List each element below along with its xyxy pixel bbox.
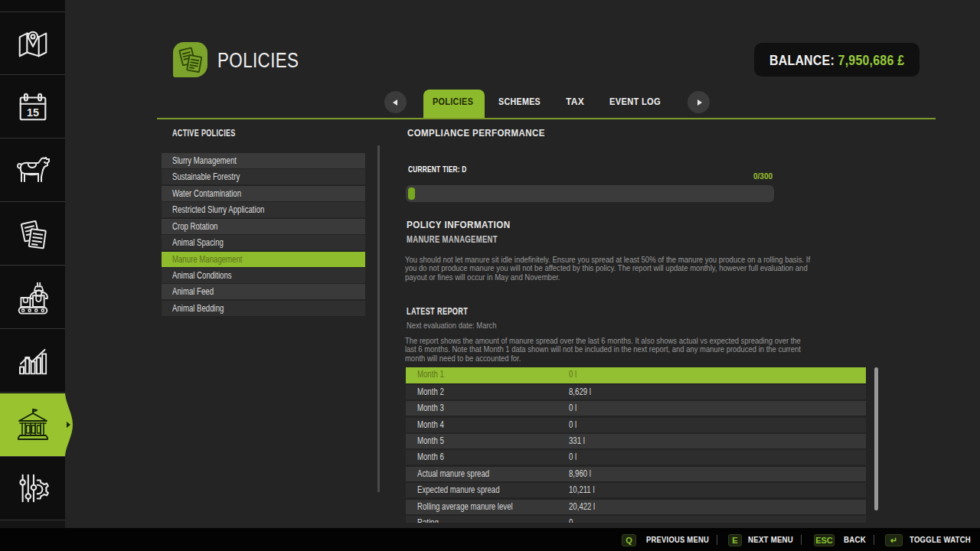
- svg-text:15: 15: [27, 106, 39, 118]
